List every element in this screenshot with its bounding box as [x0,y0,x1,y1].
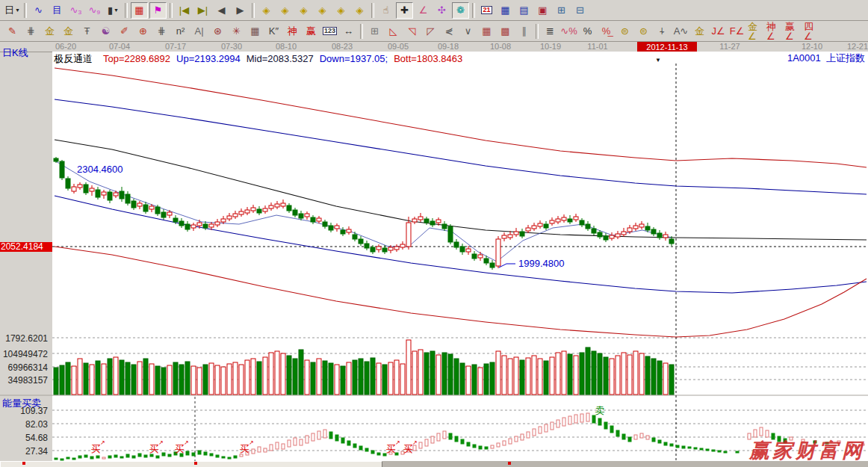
save-button[interactable]: ▣ [534,2,551,19]
volume-bar [263,357,267,395]
fan-box-button[interactable]: ◹ [403,23,421,40]
gold-band2-button[interactable]: 金 [60,23,77,40]
first-bar-button-icon: |◀ [179,5,189,15]
period-dropdown[interactable]: 日▼ [4,2,21,19]
f-grid-button[interactable]: Ŧ [78,23,96,40]
notepad-button[interactable]: ▤ [515,2,533,19]
horizontal-scrollbar[interactable] [0,461,868,467]
diamond-right-button[interactable]: ◈ [276,2,294,19]
width-measure-button[interactable]: ↔ [340,23,357,40]
gold-circle1-button[interactable]: ⊜ [616,23,633,40]
candle-body [299,214,303,218]
crosshair-tool-button[interactable]: ✚ [396,2,413,19]
percent-line-button[interactable]: %̲ [598,23,615,40]
shen-angle-button[interactable]: 神∠ [766,23,783,40]
si-angle-button[interactable]: 四∠ [803,23,820,40]
diamond-left-button[interactable]: ◈ [258,2,275,19]
box-rays-button[interactable]: ◸ [422,23,439,40]
a-mirror-button-icon: A| [194,26,203,36]
wave-overlay-icon[interactable]: ∿ [30,2,47,19]
indicator-bar [270,445,273,451]
hand-tool-button[interactable]: ☝ [377,2,394,19]
buy-arrow-icon: ↗ [184,439,189,446]
measure-list-button[interactable]: ≣ [542,23,559,40]
calculator-button[interactable]: ▦ [497,2,514,19]
diamond-burst-button[interactable]: ◈ [314,2,331,19]
f-angle-button[interactable]: F∠ [728,23,745,40]
j-angle-button[interactable]: J∠ [710,23,727,40]
calendar-21-button[interactable]: 21 [478,2,495,19]
gold-line-button[interactable]: 金 [691,23,708,40]
diamond-both-button[interactable]: ◈ [295,2,312,19]
box-handles-button[interactable]: ⊞ [366,23,383,40]
indicator-bar [754,430,757,437]
ying-tool-button[interactable]: 赢 [303,23,320,40]
grid-target-button[interactable]: ▦ [247,23,264,40]
pattern-grid-icon[interactable]: ▦ [131,2,148,19]
brush2-tool-button[interactable]: ✐ [116,23,133,40]
angle-lines-button[interactable]: ⋞ [441,23,458,40]
last-bar-button[interactable]: ▶| [194,2,211,19]
shen-tool-button[interactable]: 神 [284,23,301,40]
zigzag-tool-button[interactable]: ∨ [459,23,477,40]
flower-tool-button[interactable]: ✣ [433,2,450,19]
angle-measure-button[interactable]: ∠ [415,2,432,19]
percent-wave-button[interactable]: ∿% [560,23,577,40]
a-wave-button[interactable]: A∿ [672,23,689,40]
next-bar-button[interactable]: ▶ [232,2,249,19]
wave3-icon[interactable]: ∿₃ [67,2,84,19]
indicator-bar [311,433,314,441]
scrollbar-thumb[interactable] [0,461,382,467]
pen-tool-button[interactable]: ✎ [4,23,21,40]
gold-band1-button[interactable]: 金 [41,23,58,40]
shen-angle-button-icon: 神∠ [766,22,782,41]
gold-circle2-button[interactable]: ⊜ [635,23,652,40]
prev-bar-button[interactable]: ◀ [213,2,230,19]
color-flag-icon[interactable]: ⚑ [149,2,167,19]
grid-red1-button[interactable]: ▦ [478,23,495,40]
candle-style-dropdown[interactable]: ▮▼ [105,2,122,19]
ying-angle-button[interactable]: 赢∠ [784,23,802,40]
candle-body [90,188,94,191]
indicator-bar [150,454,153,457]
export-data-button[interactable]: ⊟ [571,2,589,19]
date-label: 10-08 [490,42,511,51]
flag-note-button[interactable]: ⍭ [654,23,671,40]
candle-body [227,216,232,219]
indicator-bar [126,454,129,457]
first-bar-button[interactable]: |◀ [176,2,193,19]
spiral-tool-button[interactable]: ☯ [97,23,114,40]
k-notation-button[interactable]: K″ [265,23,282,40]
price-annotation: 2304.4600 [77,164,123,175]
slant-lines-button[interactable]: ∥ [515,23,533,40]
n-squared-button[interactable]: n² [172,23,189,40]
comb-grid-button[interactable]: ⋕ [22,23,40,40]
export-chart-button[interactable]: ⊞ [553,2,570,19]
grid-red2-button[interactable]: ▩ [497,23,514,40]
rays-tool-button[interactable]: ◺ [385,23,402,40]
volume-bar [610,359,614,395]
trade-markers: 买↗买↗买↗买↗买↗买↗卖 [91,405,605,454]
volume-bar [185,362,190,395]
starburst-tool-button[interactable]: ✳ [228,23,245,40]
candle-body [633,226,638,229]
compass-tool-button[interactable]: ⊛ [209,23,226,40]
knot-tool-button[interactable]: ❁ [452,2,469,19]
diamond-out-button[interactable]: ◈ [332,2,350,19]
volume-bar [329,363,333,395]
wave9-icon[interactable]: ∿₉ [86,2,103,19]
circle-clock-button[interactable]: ⊕ [134,23,152,40]
comb-grid2-button[interactable]: ⋕ [153,23,170,40]
pen-tool-button-icon: ✎ [8,26,16,36]
indicator-bar [329,432,332,439]
kline-chart[interactable]: 买↗买↗买↗买↗买↗买↗卖2304.46001999.4800赢家财富网 [0,52,868,461]
ruler-123-button[interactable]: 123 [321,23,338,40]
volume-bar [580,353,584,395]
gold-angle-button[interactable]: 金∠ [747,23,764,40]
info-list-icon[interactable]: 目 [49,2,66,19]
indicator-bar [646,436,649,439]
a-mirror-button[interactable]: A| [190,23,208,40]
volume-bar [191,366,196,395]
diamond-center-button[interactable]: ◈ [351,2,368,19]
percent-button[interactable]: % [579,23,596,40]
